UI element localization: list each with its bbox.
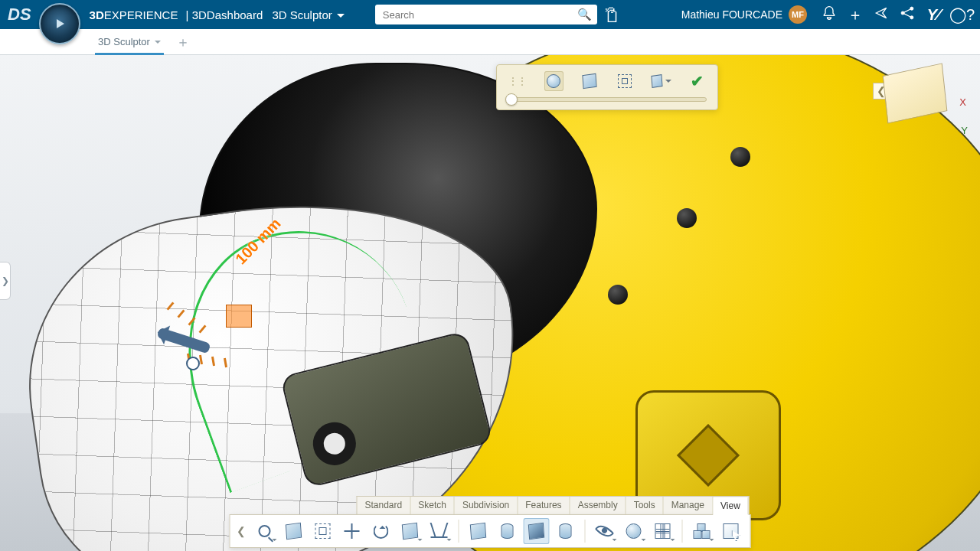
manipulator-gizmo[interactable] xyxy=(142,269,256,384)
brand-rest: EXPERIENCE xyxy=(104,8,178,21)
cmd-zoom-fit[interactable] xyxy=(281,518,307,544)
view-triad[interactable]: ❮ X Y xyxy=(859,66,966,135)
axis-y-label: Y xyxy=(961,125,968,136)
tab-label: 3D Sculptor xyxy=(98,36,150,47)
context-toolbar: ⋮⋮ ✔ xyxy=(496,64,718,110)
cmd-zoom[interactable] xyxy=(252,518,278,544)
tag-icon[interactable]: 🏷 xyxy=(601,6,621,23)
cmd-rotate[interactable] xyxy=(368,518,394,544)
command-toolbar: ❮ xyxy=(230,514,751,548)
cmd-shaded-edges-box[interactable] xyxy=(524,518,550,544)
ctx-box-button[interactable] xyxy=(580,71,599,91)
cmd-grid[interactable] xyxy=(650,518,676,544)
brand-bold: 3D xyxy=(90,8,104,21)
help-icon[interactable]: ◯? xyxy=(949,5,969,24)
cmd-tab-subdivision[interactable]: Subdivision xyxy=(455,497,518,514)
model-rivet[interactable] xyxy=(677,208,697,228)
compass-button[interactable] xyxy=(39,3,80,44)
app-name[interactable]: 3D Sculptor xyxy=(272,8,344,21)
cmd-shaded-box[interactable] xyxy=(466,518,492,544)
cmd-visibility[interactable] xyxy=(592,518,618,544)
cmd-look-at[interactable] xyxy=(397,518,423,544)
command-tab-strip: Standard Sketch Subdivision Features Ass… xyxy=(357,496,750,514)
user-name[interactable]: Mathieu FOURCADE xyxy=(681,8,782,21)
toolbar-collapse-icon[interactable]: ❮ xyxy=(237,525,246,537)
cmd-component-display[interactable] xyxy=(689,518,715,544)
cmd-tab-standard[interactable]: Standard xyxy=(358,497,411,514)
notifications-icon[interactable] xyxy=(819,5,839,24)
share-icon[interactable] xyxy=(871,5,891,24)
top-bar: DS 3DEXPERIENCE | 3DDashboard 3D Sculpto… xyxy=(0,0,980,29)
ctx-confirm-button[interactable]: ✔ xyxy=(688,71,707,91)
cmd-tab-view[interactable]: View xyxy=(713,497,749,515)
axis-x-label: X xyxy=(959,96,966,108)
search-wrap: 🔍 🏷 xyxy=(375,5,619,24)
manipulator-origin-handle[interactable] xyxy=(186,357,200,370)
cmd-perspective[interactable] xyxy=(426,518,452,544)
ctx-display-mode-button[interactable] xyxy=(544,71,564,91)
play-icon xyxy=(57,19,64,28)
cmd-shaded-cyl[interactable] xyxy=(495,518,521,544)
cmd-selection-filter[interactable] xyxy=(718,518,744,544)
collaborate-icon[interactable]: Y∕ xyxy=(923,6,943,24)
dashboard-label: | 3DDashboard xyxy=(182,8,263,21)
cmd-shaded-edges-cyl[interactable] xyxy=(553,518,579,544)
tab-bar: 3D Sculptor ＋ xyxy=(0,29,980,55)
tab-3d-sculptor[interactable]: 3D Sculptor xyxy=(92,29,167,55)
cmd-fit-selection[interactable] xyxy=(310,518,336,544)
brand-title: 3DEXPERIENCE | 3DDashboard 3D Sculptor xyxy=(90,8,345,21)
network-icon[interactable] xyxy=(897,5,917,24)
ctx-selection-button[interactable] xyxy=(616,71,635,91)
cmd-tab-tools[interactable]: Tools xyxy=(626,497,664,514)
manipulator-ruler xyxy=(165,300,264,369)
ds-logo: DS xyxy=(8,5,31,24)
avatar[interactable]: MF xyxy=(789,5,807,24)
chevron-down-icon xyxy=(155,41,161,47)
cmd-tab-manage[interactable]: Manage xyxy=(664,497,713,514)
tree-expand-handle[interactable]: ❯ xyxy=(0,262,11,300)
add-tab-button[interactable]: ＋ xyxy=(176,33,190,51)
triad-cube[interactable] xyxy=(883,63,948,123)
drag-grip-icon[interactable]: ⋮⋮ xyxy=(508,75,526,87)
cmd-tab-features[interactable]: Features xyxy=(518,497,570,514)
cmd-display-style[interactable] xyxy=(621,518,647,544)
model-rivet[interactable] xyxy=(608,285,628,305)
slider-thumb[interactable] xyxy=(505,93,518,106)
search-input[interactable] xyxy=(375,5,597,24)
model-rivet[interactable] xyxy=(730,147,750,167)
chevron-down-icon xyxy=(337,14,345,21)
ctx-view-button[interactable] xyxy=(652,71,671,91)
app-name-text: 3D Sculptor xyxy=(272,8,332,21)
ctx-opacity-slider[interactable] xyxy=(505,97,710,102)
cmd-pan[interactable] xyxy=(339,518,365,544)
viewport-3d[interactable]: 100 mm ❯ ❮ X Y xyxy=(0,55,980,551)
cmd-tab-assembly[interactable]: Assembly xyxy=(570,497,626,514)
cmd-tab-sketch[interactable]: Sketch xyxy=(410,497,455,514)
chevron-down-icon xyxy=(665,80,671,86)
command-bar: Standard Sketch Subdivision Features Ass… xyxy=(230,496,751,548)
add-icon[interactable]: ＋ xyxy=(845,5,865,25)
